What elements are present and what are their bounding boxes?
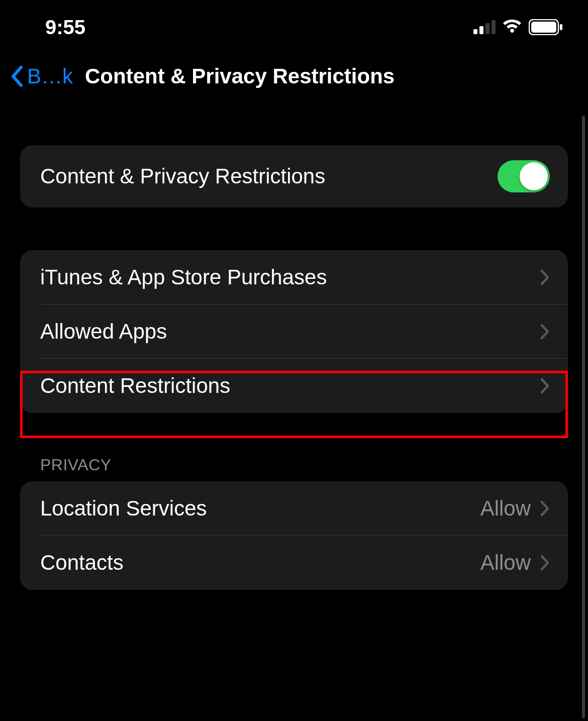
content-privacy-toggle[interactable] <box>498 160 550 192</box>
content-group: iTunes & App Store Purchases Allowed App… <box>20 250 568 413</box>
cellular-icon <box>473 20 496 34</box>
status-icons <box>473 19 563 35</box>
toggle-group: Content & Privacy Restrictions <box>20 145 568 208</box>
chevron-right-icon <box>540 269 550 286</box>
privacy-section-header: PRIVACY <box>20 456 568 481</box>
cell-label: Allowed Apps <box>40 320 167 344</box>
cell-label: Location Services <box>40 496 207 521</box>
status-time: 9:55 <box>45 16 85 39</box>
cell-value: Allow <box>480 496 531 521</box>
toggle-label: Content & Privacy Restrictions <box>40 164 325 188</box>
cell-label: Content Restrictions <box>40 374 230 398</box>
status-bar: 9:55 <box>0 0 588 50</box>
chevron-right-icon <box>540 500 550 517</box>
location-services-row[interactable]: Location Services Allow <box>20 481 568 536</box>
toggle-knob <box>520 162 548 190</box>
chevron-left-icon <box>10 65 23 87</box>
cell-label: iTunes & App Store Purchases <box>40 265 327 289</box>
svg-rect-6 <box>560 24 562 30</box>
itunes-app-store-row[interactable]: iTunes & App Store Purchases <box>20 250 568 304</box>
battery-icon <box>529 19 563 35</box>
wifi-icon <box>502 20 523 35</box>
privacy-group: Location Services Allow Contacts Allow <box>20 481 568 590</box>
scroll-indicator[interactable] <box>582 116 585 718</box>
svg-rect-1 <box>479 26 483 34</box>
svg-rect-2 <box>485 23 489 34</box>
contacts-row[interactable]: Contacts Allow <box>20 536 568 590</box>
svg-rect-3 <box>492 20 496 34</box>
nav-title: Content & Privacy Restrictions <box>85 64 395 88</box>
nav-header: B…k Content & Privacy Restrictions <box>0 50 588 102</box>
chevron-right-icon <box>540 377 550 394</box>
back-label: B…k <box>27 64 73 88</box>
cell-label: Contacts <box>40 551 124 575</box>
allowed-apps-row[interactable]: Allowed Apps <box>20 304 568 359</box>
content-privacy-toggle-row: Content & Privacy Restrictions <box>20 145 568 208</box>
cell-value: Allow <box>480 551 531 575</box>
content-restrictions-row[interactable]: Content Restrictions <box>20 359 568 413</box>
chevron-right-icon <box>540 323 550 340</box>
back-button[interactable]: B…k <box>10 64 73 88</box>
svg-rect-5 <box>531 22 556 33</box>
chevron-right-icon <box>540 554 550 571</box>
svg-rect-0 <box>473 29 477 34</box>
